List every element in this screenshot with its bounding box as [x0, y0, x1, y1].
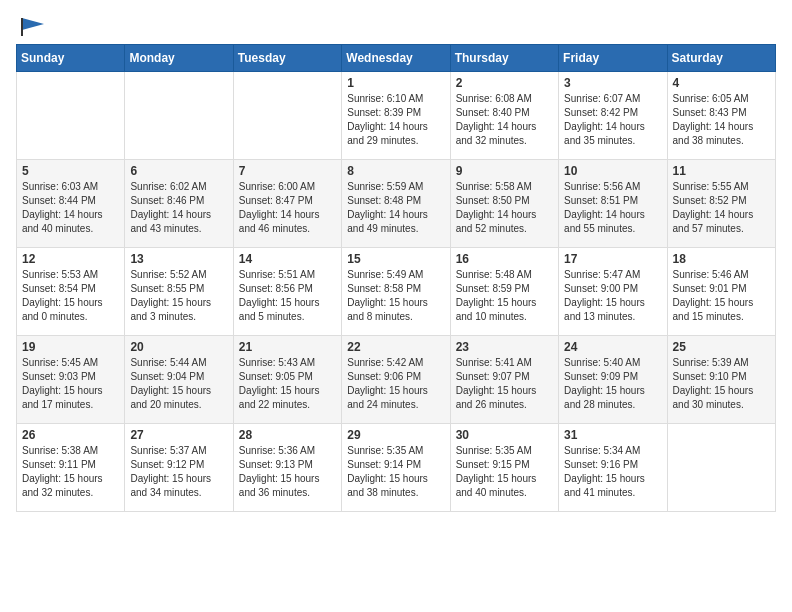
day-info: Sunrise: 5:45 AM Sunset: 9:03 PM Dayligh…: [22, 356, 119, 412]
calendar-cell: 28Sunrise: 5:36 AM Sunset: 9:13 PM Dayli…: [233, 424, 341, 512]
calendar-cell: 22Sunrise: 5:42 AM Sunset: 9:06 PM Dayli…: [342, 336, 450, 424]
calendar-cell: 18Sunrise: 5:46 AM Sunset: 9:01 PM Dayli…: [667, 248, 775, 336]
day-of-week-header: Monday: [125, 45, 233, 72]
day-number: 6: [130, 164, 227, 178]
calendar-cell: 4Sunrise: 6:05 AM Sunset: 8:43 PM Daylig…: [667, 72, 775, 160]
day-info: Sunrise: 5:41 AM Sunset: 9:07 PM Dayligh…: [456, 356, 553, 412]
calendar-cell: 6Sunrise: 6:02 AM Sunset: 8:46 PM Daylig…: [125, 160, 233, 248]
day-info: Sunrise: 5:34 AM Sunset: 9:16 PM Dayligh…: [564, 444, 661, 500]
day-number: 9: [456, 164, 553, 178]
calendar-cell: 14Sunrise: 5:51 AM Sunset: 8:56 PM Dayli…: [233, 248, 341, 336]
day-number: 2: [456, 76, 553, 90]
svg-marker-0: [22, 18, 44, 30]
day-number: 31: [564, 428, 661, 442]
calendar-cell: 7Sunrise: 6:00 AM Sunset: 8:47 PM Daylig…: [233, 160, 341, 248]
day-info: Sunrise: 5:46 AM Sunset: 9:01 PM Dayligh…: [673, 268, 770, 324]
calendar-cell: 11Sunrise: 5:55 AM Sunset: 8:52 PM Dayli…: [667, 160, 775, 248]
day-info: Sunrise: 5:40 AM Sunset: 9:09 PM Dayligh…: [564, 356, 661, 412]
day-number: 22: [347, 340, 444, 354]
day-info: Sunrise: 5:49 AM Sunset: 8:58 PM Dayligh…: [347, 268, 444, 324]
day-info: Sunrise: 5:52 AM Sunset: 8:55 PM Dayligh…: [130, 268, 227, 324]
calendar-cell: 23Sunrise: 5:41 AM Sunset: 9:07 PM Dayli…: [450, 336, 558, 424]
calendar-cell: 26Sunrise: 5:38 AM Sunset: 9:11 PM Dayli…: [17, 424, 125, 512]
calendar-cell: 25Sunrise: 5:39 AM Sunset: 9:10 PM Dayli…: [667, 336, 775, 424]
day-info: Sunrise: 6:10 AM Sunset: 8:39 PM Dayligh…: [347, 92, 444, 148]
day-info: Sunrise: 5:56 AM Sunset: 8:51 PM Dayligh…: [564, 180, 661, 236]
calendar-table: SundayMondayTuesdayWednesdayThursdayFrid…: [16, 44, 776, 512]
calendar-cell: 16Sunrise: 5:48 AM Sunset: 8:59 PM Dayli…: [450, 248, 558, 336]
page-header: [16, 16, 776, 34]
calendar-cell: 17Sunrise: 5:47 AM Sunset: 9:00 PM Dayli…: [559, 248, 667, 336]
day-info: Sunrise: 5:38 AM Sunset: 9:11 PM Dayligh…: [22, 444, 119, 500]
day-info: Sunrise: 5:53 AM Sunset: 8:54 PM Dayligh…: [22, 268, 119, 324]
day-number: 16: [456, 252, 553, 266]
day-info: Sunrise: 5:48 AM Sunset: 8:59 PM Dayligh…: [456, 268, 553, 324]
calendar-cell: [17, 72, 125, 160]
calendar-cell: 13Sunrise: 5:52 AM Sunset: 8:55 PM Dayli…: [125, 248, 233, 336]
day-info: Sunrise: 5:44 AM Sunset: 9:04 PM Dayligh…: [130, 356, 227, 412]
day-number: 3: [564, 76, 661, 90]
calendar-cell: 12Sunrise: 5:53 AM Sunset: 8:54 PM Dayli…: [17, 248, 125, 336]
day-info: Sunrise: 5:51 AM Sunset: 8:56 PM Dayligh…: [239, 268, 336, 324]
calendar-cell: 9Sunrise: 5:58 AM Sunset: 8:50 PM Daylig…: [450, 160, 558, 248]
calendar-cell: 19Sunrise: 5:45 AM Sunset: 9:03 PM Dayli…: [17, 336, 125, 424]
calendar-week-row: 5Sunrise: 6:03 AM Sunset: 8:44 PM Daylig…: [17, 160, 776, 248]
calendar-week-row: 1Sunrise: 6:10 AM Sunset: 8:39 PM Daylig…: [17, 72, 776, 160]
calendar-week-row: 19Sunrise: 5:45 AM Sunset: 9:03 PM Dayli…: [17, 336, 776, 424]
day-number: 18: [673, 252, 770, 266]
day-number: 27: [130, 428, 227, 442]
day-number: 13: [130, 252, 227, 266]
day-number: 20: [130, 340, 227, 354]
day-number: 1: [347, 76, 444, 90]
day-info: Sunrise: 5:35 AM Sunset: 9:15 PM Dayligh…: [456, 444, 553, 500]
day-number: 24: [564, 340, 661, 354]
day-info: Sunrise: 5:59 AM Sunset: 8:48 PM Dayligh…: [347, 180, 444, 236]
day-info: Sunrise: 6:07 AM Sunset: 8:42 PM Dayligh…: [564, 92, 661, 148]
day-info: Sunrise: 5:36 AM Sunset: 9:13 PM Dayligh…: [239, 444, 336, 500]
day-of-week-header: Friday: [559, 45, 667, 72]
day-info: Sunrise: 5:43 AM Sunset: 9:05 PM Dayligh…: [239, 356, 336, 412]
calendar-cell: 30Sunrise: 5:35 AM Sunset: 9:15 PM Dayli…: [450, 424, 558, 512]
day-number: 23: [456, 340, 553, 354]
day-info: Sunrise: 5:42 AM Sunset: 9:06 PM Dayligh…: [347, 356, 444, 412]
day-number: 29: [347, 428, 444, 442]
calendar-cell: [667, 424, 775, 512]
day-number: 15: [347, 252, 444, 266]
calendar-cell: 3Sunrise: 6:07 AM Sunset: 8:42 PM Daylig…: [559, 72, 667, 160]
calendar-cell: [125, 72, 233, 160]
day-number: 25: [673, 340, 770, 354]
calendar-cell: 8Sunrise: 5:59 AM Sunset: 8:48 PM Daylig…: [342, 160, 450, 248]
day-of-week-header: Sunday: [17, 45, 125, 72]
calendar-cell: 29Sunrise: 5:35 AM Sunset: 9:14 PM Dayli…: [342, 424, 450, 512]
calendar-week-row: 12Sunrise: 5:53 AM Sunset: 8:54 PM Dayli…: [17, 248, 776, 336]
calendar-cell: 27Sunrise: 5:37 AM Sunset: 9:12 PM Dayli…: [125, 424, 233, 512]
day-number: 19: [22, 340, 119, 354]
calendar-header-row: SundayMondayTuesdayWednesdayThursdayFrid…: [17, 45, 776, 72]
calendar-cell: 2Sunrise: 6:08 AM Sunset: 8:40 PM Daylig…: [450, 72, 558, 160]
day-number: 12: [22, 252, 119, 266]
logo-flag-icon: [18, 16, 46, 38]
day-number: 26: [22, 428, 119, 442]
day-number: 21: [239, 340, 336, 354]
calendar-cell: 21Sunrise: 5:43 AM Sunset: 9:05 PM Dayli…: [233, 336, 341, 424]
day-number: 4: [673, 76, 770, 90]
calendar-cell: 10Sunrise: 5:56 AM Sunset: 8:51 PM Dayli…: [559, 160, 667, 248]
calendar-cell: [233, 72, 341, 160]
day-info: Sunrise: 6:08 AM Sunset: 8:40 PM Dayligh…: [456, 92, 553, 148]
day-of-week-header: Saturday: [667, 45, 775, 72]
day-number: 17: [564, 252, 661, 266]
day-number: 8: [347, 164, 444, 178]
calendar-week-row: 26Sunrise: 5:38 AM Sunset: 9:11 PM Dayli…: [17, 424, 776, 512]
logo: [16, 16, 46, 34]
day-info: Sunrise: 6:00 AM Sunset: 8:47 PM Dayligh…: [239, 180, 336, 236]
day-of-week-header: Tuesday: [233, 45, 341, 72]
day-of-week-header: Thursday: [450, 45, 558, 72]
day-number: 30: [456, 428, 553, 442]
day-info: Sunrise: 5:39 AM Sunset: 9:10 PM Dayligh…: [673, 356, 770, 412]
day-of-week-header: Wednesday: [342, 45, 450, 72]
day-info: Sunrise: 6:03 AM Sunset: 8:44 PM Dayligh…: [22, 180, 119, 236]
day-number: 11: [673, 164, 770, 178]
day-info: Sunrise: 5:37 AM Sunset: 9:12 PM Dayligh…: [130, 444, 227, 500]
day-info: Sunrise: 5:58 AM Sunset: 8:50 PM Dayligh…: [456, 180, 553, 236]
calendar-cell: 20Sunrise: 5:44 AM Sunset: 9:04 PM Dayli…: [125, 336, 233, 424]
